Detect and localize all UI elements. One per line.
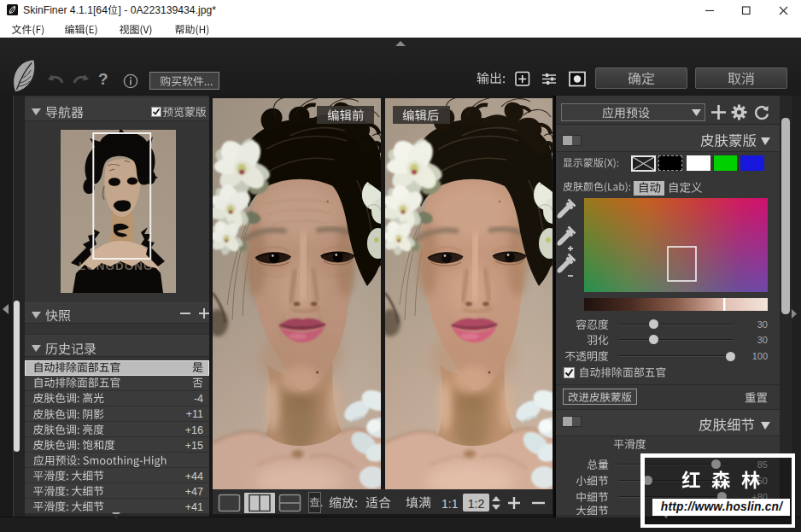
svg-text:LONGDONG: LONGDONG bbox=[79, 260, 154, 272]
